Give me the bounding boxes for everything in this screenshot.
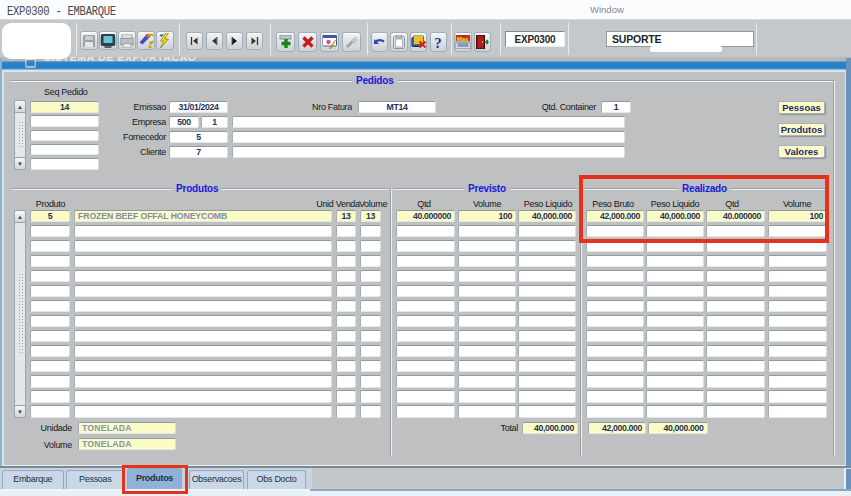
svg-text:?: ? [435, 34, 443, 49]
svg-text:Mas: Mas [457, 35, 469, 41]
